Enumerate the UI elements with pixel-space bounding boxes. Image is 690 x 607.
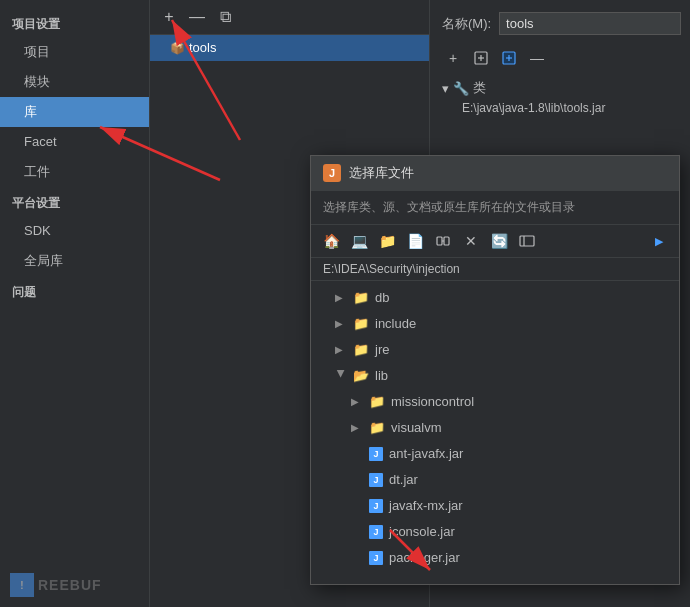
dialog-nav-toolbar: 🏠 💻 📁 📄 ✕ 🔄 ▶ — [311, 225, 679, 258]
remove-library-button[interactable]: — — [186, 6, 208, 28]
main-toolbar: + — ⧉ — [150, 0, 429, 35]
add-entry-button[interactable]: + — [442, 47, 464, 69]
link-nav-button[interactable] — [431, 229, 455, 253]
project-settings-section: 项目设置 — [0, 8, 149, 37]
remove-entry-button[interactable]: — — [526, 47, 548, 69]
close-nav-button[interactable]: ✕ — [459, 229, 483, 253]
tree-item-tools[interactable]: 📦 tools — [150, 35, 429, 61]
watermark-text: REEBUF — [38, 577, 102, 593]
library-icon: 📦 — [170, 38, 185, 58]
folder-db-icon: 📁 — [353, 288, 369, 308]
file-item-include[interactable]: ▶ 📁 include — [311, 311, 679, 337]
add-doc-button[interactable] — [498, 47, 520, 69]
jar-jfx-icon: J — [369, 499, 383, 513]
file-item-visualvm[interactable]: ▶ 📁 visualvm — [311, 415, 679, 441]
chevron-vvm-icon: ▶ — [351, 418, 363, 438]
folder-lib-icon: 📂 — [353, 366, 369, 386]
wrench-icon: 🔧 — [453, 81, 469, 96]
file-picker-dialog: J 选择库文件 选择库类、源、文档或原生库所在的文件或目录 🏠 💻 📁 📄 ✕ … — [310, 155, 680, 585]
problems-section: 问题 — [0, 276, 149, 305]
name-label: 名称(M): — [442, 15, 491, 33]
class-label: 类 — [473, 79, 486, 97]
file-item-lib[interactable]: ▶ 📂 lib — [311, 363, 679, 389]
file-item-jconsole[interactable]: ▶ J jconsole.jar — [311, 519, 679, 545]
class-section: ▾ 🔧 类 E:\java\java-1.8\lib\tools.jar — [442, 77, 678, 117]
sidebar-item-facet[interactable]: Facet — [0, 127, 149, 157]
dialog-description: 选择库类、源、文档或原生库所在的文件或目录 — [311, 191, 679, 225]
file-item-db-label: db — [375, 288, 389, 308]
file-item-dt[interactable]: ▶ J dt.jar — [311, 467, 679, 493]
file-item-jre[interactable]: ▶ 📁 jre — [311, 337, 679, 363]
class-item: E:\java\java-1.8\lib\tools.jar — [442, 99, 678, 117]
file-tree: ▶ 📁 db ▶ 📁 include ▶ 📁 jre ▶ 📂 lib ▶ 📁 m… — [311, 281, 679, 569]
sidebar-item-sdk[interactable]: SDK — [0, 216, 149, 246]
folder-include-icon: 📁 — [353, 314, 369, 334]
file-item-lib-label: lib — [375, 366, 388, 386]
home-nav-button[interactable]: 🏠 — [319, 229, 343, 253]
file-item-packager-label: packager.jar — [389, 548, 460, 568]
file-item-javafx-mx-label: javafx-mx.jar — [389, 496, 463, 516]
chevron-lib-icon: ▶ — [331, 370, 351, 382]
sidebar-item-project[interactable]: 项目 — [0, 37, 149, 67]
svg-rect-6 — [437, 237, 442, 245]
class-section-header[interactable]: ▾ 🔧 类 — [442, 77, 678, 99]
watermark: ! REEBUF — [10, 573, 102, 597]
file-item-db[interactable]: ▶ 📁 db — [311, 285, 679, 311]
add-library-button[interactable]: + — [158, 6, 180, 28]
sidebar-item-artifacts[interactable]: 工件 — [0, 157, 149, 187]
new-folder-nav-button[interactable]: 📄 — [403, 229, 427, 253]
refresh-nav-button[interactable]: 🔄 — [487, 229, 511, 253]
file-item-visualvm-label: visualvm — [391, 418, 442, 438]
file-item-dt-label: dt.jar — [389, 470, 418, 490]
sidebar-item-modules[interactable]: 模块 — [0, 67, 149, 97]
folder-vvm-icon: 📁 — [369, 418, 385, 438]
name-input[interactable] — [499, 12, 681, 35]
watermark-logo-icon: ! — [10, 573, 34, 597]
chevron-db-icon: ▶ — [335, 288, 347, 308]
chevron-mc-icon: ▶ — [351, 392, 363, 412]
chevron-include-icon: ▶ — [335, 314, 347, 334]
sidebar-item-library[interactable]: 库 — [0, 97, 149, 127]
file-item-missioncontrol-label: missioncontrol — [391, 392, 474, 412]
svg-rect-9 — [520, 236, 534, 246]
copy-library-button[interactable]: ⧉ — [214, 6, 236, 28]
computer-nav-button[interactable]: 💻 — [347, 229, 371, 253]
tree-item-label: tools — [189, 38, 216, 58]
file-item-javafx-mx[interactable]: ▶ J javafx-mx.jar — [311, 493, 679, 519]
chevron-jre-icon: ▶ — [335, 340, 347, 360]
dialog-title: 选择库文件 — [349, 164, 414, 182]
folder-mc-icon: 📁 — [369, 392, 385, 412]
folder-nav-button[interactable]: 📁 — [375, 229, 399, 253]
current-path: E:\IDEA\Security\injection — [311, 258, 679, 281]
sidebar-item-global-lib[interactable]: 全局库 — [0, 246, 149, 276]
jar-pkg-icon: J — [369, 551, 383, 565]
svg-rect-7 — [444, 237, 449, 245]
name-row: 名称(M): — [442, 12, 678, 35]
jar-dt-icon: J — [369, 473, 383, 487]
expand-nav-button[interactable] — [515, 229, 539, 253]
file-item-packager[interactable]: ▶ J packager.jar — [311, 545, 679, 569]
folder-jre-icon: 📁 — [353, 340, 369, 360]
chevron-icon: ▾ — [442, 81, 449, 96]
platform-settings-section: 平台设置 — [0, 187, 149, 216]
file-item-missioncontrol[interactable]: ▶ 📁 missioncontrol — [311, 389, 679, 415]
right-toolbar: + — — [442, 47, 678, 69]
file-item-ant-javafx[interactable]: ▶ J ant-javafx.jar — [311, 441, 679, 467]
extra-nav-button[interactable]: ▶ — [647, 229, 671, 253]
file-item-jre-label: jre — [375, 340, 389, 360]
file-item-include-label: include — [375, 314, 416, 334]
file-item-jconsole-label: jconsole.jar — [389, 522, 455, 542]
jar-ant-icon: J — [369, 447, 383, 461]
dialog-logo-icon: J — [323, 164, 341, 182]
file-item-ant-label: ant-javafx.jar — [389, 444, 463, 464]
add-source-button[interactable] — [470, 47, 492, 69]
dialog-header: J 选择库文件 — [311, 156, 679, 191]
sidebar: 项目设置 项目 模块 库 Facet 工件 平台设置 SDK 全局库 问题 — [0, 0, 150, 607]
jar-jc-icon: J — [369, 525, 383, 539]
